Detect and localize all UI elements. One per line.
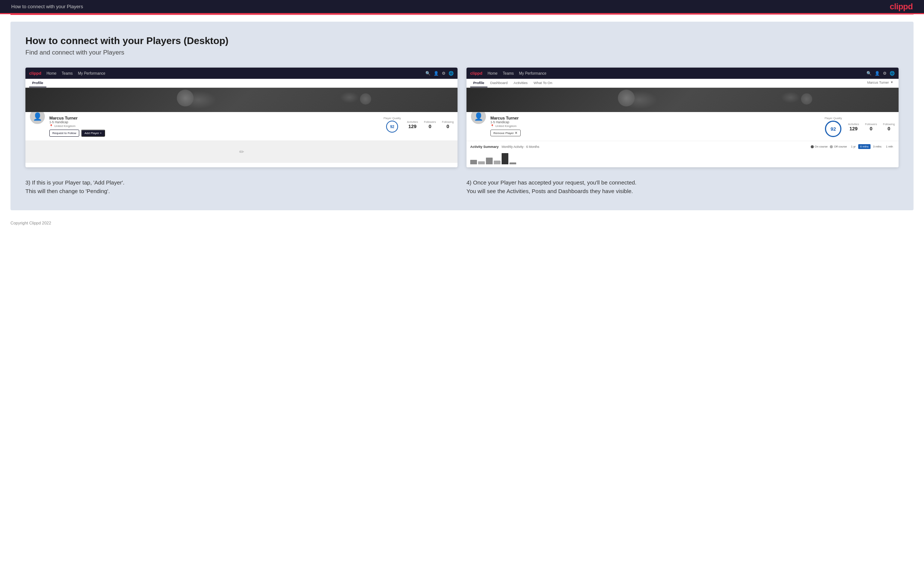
right-navbar: clippd Home Teams My Performance 🔍 👤 ⚙ 🌐 [467, 68, 898, 79]
left-quality-wrap: Player Quality 92 [383, 116, 401, 132]
right-nav-home[interactable]: Home [488, 71, 498, 76]
left-player-name: Marcus Turner [49, 116, 380, 120]
period-1mth[interactable]: 1 mth [884, 144, 895, 149]
right-location-icon: 📍 [490, 124, 494, 128]
left-profile-info: 👤 Marcus Turner 1-5 Handicap 📍 United Ki… [26, 112, 457, 140]
left-activities-stat: Activities 129 [407, 120, 418, 129]
left-profile-details: Marcus Turner 1-5 Handicap 📍 United King… [49, 115, 380, 137]
page-subtitle: Find and connect with your Players [26, 49, 898, 56]
tab-profile-right[interactable]: Profile [470, 79, 488, 87]
right-profile-info: 👤 Marcus Turner 1-5 Handicap 📍 United Ki… [467, 112, 898, 141]
right-nav-performance[interactable]: My Performance [519, 71, 546, 76]
right-nav-icons: 🔍 👤 ⚙ 🌐 [866, 71, 895, 76]
caption-right: 4) Once your Player has accepted your re… [467, 179, 898, 195]
settings-icon[interactable]: ⚙ [442, 71, 446, 76]
activity-chart [470, 151, 895, 164]
request-follow-button[interactable]: Request to Follow [49, 130, 79, 137]
activity-controls: On course Off course 1 yr 6 mths 3 mths … [811, 144, 895, 149]
footer: Copyright Clippd 2022 [0, 217, 924, 231]
clippd-logo: clippd [890, 2, 913, 11]
page-title: How to connect with your Players (Deskto… [26, 35, 898, 47]
left-nav-teams[interactable]: Teams [62, 71, 73, 76]
left-profile-banner [26, 88, 457, 112]
right-profile-banner [467, 88, 898, 112]
location-icon: 📍 [49, 124, 53, 128]
period-3mths[interactable]: 3 mths [871, 144, 884, 149]
left-tabs: Profile [26, 79, 457, 88]
left-quality-circle: 92 [386, 121, 398, 132]
globe-icon[interactable]: 🌐 [449, 71, 454, 76]
right-user-icon[interactable]: 👤 [875, 71, 880, 76]
chart-bar-3 [486, 158, 493, 164]
chart-bar-4 [494, 161, 501, 164]
tab-dashboard-right[interactable]: Dashboard [488, 79, 510, 87]
off-course-dot [830, 145, 833, 148]
left-followers-stat: Followers 0 [424, 120, 436, 129]
activity-title: Activity Summary [470, 145, 499, 148]
remove-player-button[interactable]: Remove Player ✕ [490, 130, 521, 136]
right-nav-teams[interactable]: Teams [503, 71, 514, 76]
period-buttons: 1 yr 6 mths 3 mths 1 mth [849, 144, 895, 149]
header-title: How to connect with your Players [11, 4, 83, 9]
screenshots-row: clippd Home Teams My Performance 🔍 👤 ⚙ 🌐… [26, 68, 898, 167]
chart-bar-6 [509, 163, 516, 164]
search-icon[interactable]: 🔍 [425, 71, 431, 76]
period-6mths[interactable]: 6 mths [858, 144, 871, 149]
right-stats-row: Player Quality 92 Activities 129 Followe… [825, 115, 895, 137]
left-app-logo: clippd [29, 71, 41, 76]
loading-icon: ✏ [239, 148, 244, 155]
copyright-text: Copyright Clippd 2022 [10, 221, 51, 225]
right-quality-circle: 92 [825, 121, 842, 137]
right-profile-details: Marcus Turner 1-5 Handicap 📍 United King… [490, 115, 821, 136]
avatar-icon: 👤 [33, 112, 42, 121]
right-activities-stat: Activities 129 [848, 122, 859, 131]
tab-what-to-on-right[interactable]: What To On [531, 79, 556, 87]
right-profile-buttons: Remove Player ✕ [490, 130, 821, 136]
tab-dropdown-icon[interactable]: ▼ [889, 79, 895, 87]
on-course-dot [811, 145, 814, 148]
activity-header: Activity Summary Monthly Activity · 6 Mo… [470, 144, 895, 149]
top-header: How to connect with your Players clippd [0, 0, 924, 14]
right-avatar-icon: 👤 [474, 112, 483, 121]
chart-bar-1 [470, 160, 477, 164]
left-nav-home[interactable]: Home [46, 71, 57, 76]
left-player-country: 📍 United Kingdom [49, 124, 380, 128]
left-player-handicap: 1-5 Handicap [49, 120, 380, 124]
caption-left: 3) If this is your Player tap, 'Add Play… [26, 179, 457, 195]
left-loading-area: ✏ [26, 140, 457, 163]
period-1yr[interactable]: 1 yr [849, 144, 858, 149]
activity-summary: Activity Summary Monthly Activity · 6 Mo… [467, 141, 898, 167]
screenshot-left: clippd Home Teams My Performance 🔍 👤 ⚙ 🌐… [26, 68, 457, 167]
legend-off-course: Off course [830, 145, 846, 148]
left-navbar: clippd Home Teams My Performance 🔍 👤 ⚙ 🌐 [26, 68, 457, 79]
right-settings-icon[interactable]: ⚙ [883, 71, 887, 76]
header-divider [10, 14, 914, 15]
right-search-icon[interactable]: 🔍 [866, 71, 872, 76]
tab-activities-right[interactable]: Activities [510, 79, 530, 87]
tab-profile-left[interactable]: Profile [29, 79, 46, 87]
left-nav-icons: 🔍 👤 ⚙ 🌐 [425, 71, 454, 76]
left-following-stat: Following 0 [442, 120, 454, 129]
chart-bar-5 [502, 153, 508, 164]
left-nav-performance[interactable]: My Performance [78, 71, 105, 76]
right-tabs: Profile Dashboard Activities What To On … [467, 79, 898, 88]
close-icon: ✕ [515, 131, 518, 135]
captions-row: 3) If this is your Player tap, 'Add Play… [26, 179, 898, 195]
activity-period: Monthly Activity · 6 Months [502, 145, 540, 148]
user-icon[interactable]: 👤 [434, 71, 439, 76]
chart-bar-2 [478, 161, 485, 164]
right-followers-stat: Followers 0 [865, 122, 877, 131]
left-profile-buttons: Request to Follow Add Player + [49, 130, 380, 137]
tab-player-name-right: Marcus Turner [867, 79, 889, 87]
screenshot-right: clippd Home Teams My Performance 🔍 👤 ⚙ 🌐… [467, 68, 898, 167]
right-globe-icon[interactable]: 🌐 [890, 71, 895, 76]
right-app-logo: clippd [470, 71, 482, 76]
add-player-button[interactable]: Add Player + [81, 130, 105, 137]
right-quality-wrap: Player Quality 92 [825, 116, 842, 137]
main-content: How to connect with your Players (Deskto… [10, 22, 914, 210]
right-player-name: Marcus Turner [490, 116, 821, 120]
right-player-handicap: 1-5 Handicap [490, 120, 821, 124]
plus-icon: + [100, 131, 102, 135]
right-following-stat: Following 0 [883, 122, 895, 131]
left-stats-row: Player Quality 92 Activities 129 Followe… [383, 115, 454, 132]
